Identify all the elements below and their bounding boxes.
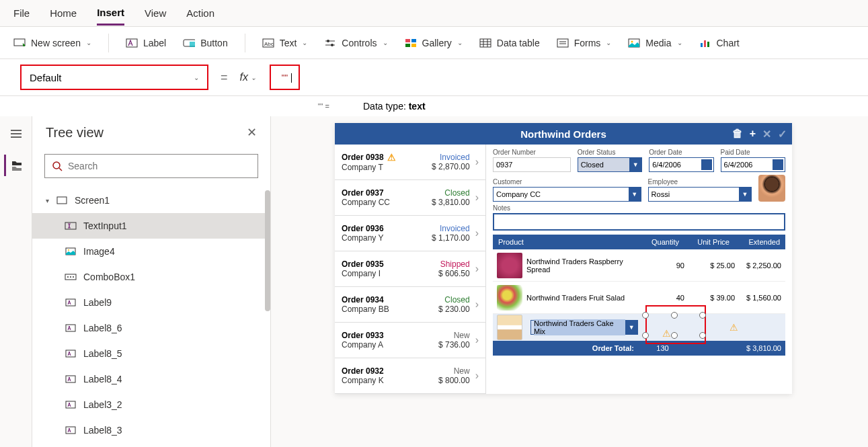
notes-label: Notes — [493, 204, 785, 212]
svg-rect-48 — [66, 427, 75, 434]
delete-icon[interactable]: 🗑 — [732, 128, 743, 140]
menu-view[interactable]: View — [145, 2, 166, 24]
resize-handle[interactable] — [642, 332, 649, 339]
data-table-button[interactable]: Data table — [479, 37, 540, 49]
product-row[interactable]: Northwind Traders Fruit Salad40$ 39.00$ … — [493, 282, 785, 314]
menubar: File Home Insert View Action — [0, 0, 868, 27]
order-detail: Order Number 0937 Order Status Closed▼ O… — [486, 145, 792, 394]
ribbon: New screen ⌄ Label Button Abc Text ⌄ Con… — [0, 27, 868, 59]
order-row[interactable]: Order 0934Company BBClosed$ 230.00› — [335, 287, 485, 323]
chevron-down-icon: ⌄ — [457, 39, 463, 46]
gallery-icon — [405, 37, 417, 49]
product-row[interactable]: Northwind Traders Raspberry Spread90$ 25… — [493, 249, 785, 282]
tree-scrollbar[interactable] — [265, 190, 270, 311]
tree-item-label9[interactable]: Label9 — [32, 290, 270, 315]
confirm-icon[interactable]: ✓ — [778, 128, 787, 140]
employee-label: Employee — [648, 178, 752, 186]
svg-point-7 — [327, 40, 329, 42]
search-icon — [52, 161, 63, 171]
tree-item-label8-5[interactable]: Label8_5 — [32, 341, 270, 366]
order-row[interactable]: Order 0937Company CCClosed$ 3,810.00› — [335, 180, 485, 216]
formula-input[interactable]: "" — [270, 65, 300, 90]
cancel-icon[interactable]: ✕ — [762, 128, 771, 140]
tree-item-label3-2[interactable]: Label3_2 — [32, 392, 270, 417]
table-icon — [479, 37, 491, 49]
hamburger-button[interactable] — [5, 123, 27, 145]
fx-button[interactable]: fx⌄ — [240, 71, 256, 83]
svg-rect-25 — [704, 40, 706, 47]
collapse-icon: ▾ — [46, 197, 49, 204]
product-image — [497, 285, 522, 311]
resize-handle[interactable] — [699, 312, 706, 319]
chevron-right-icon: › — [475, 156, 479, 168]
menu-action[interactable]: Action — [186, 2, 214, 24]
paid-date-field[interactable]: 6/4/2006 — [721, 157, 785, 172]
screen-icon — [13, 37, 26, 49]
order-gallery[interactable]: Order 0938 ⚠Company TInvoiced$ 2,870.00›… — [335, 145, 486, 394]
canvas[interactable]: Northwind Orders 🗑 + ✕ ✓ Order 0938 ⚠Com… — [271, 116, 868, 447]
media-button[interactable]: Media ⌄ — [628, 37, 682, 49]
menu-insert[interactable]: Insert — [97, 1, 124, 26]
search-input[interactable] — [68, 161, 251, 171]
controls-button[interactable]: Controls ⌄ — [324, 37, 387, 49]
app-title: Northwind Orders — [520, 128, 606, 140]
resize-handle[interactable] — [699, 332, 706, 339]
order-row[interactable]: Order 0935Company IShipped$ 606.50› — [335, 251, 485, 287]
tree-item-label8-3[interactable]: Label8_3 — [32, 417, 270, 443]
tree-item-label8-4[interactable]: Label8_4 — [32, 366, 270, 392]
svg-rect-10 — [405, 39, 410, 42]
svg-point-23 — [631, 40, 633, 42]
order-status-dropdown[interactable]: Closed▼ — [578, 157, 642, 172]
menu-file[interactable]: File — [13, 2, 30, 24]
button-icon — [183, 37, 195, 49]
resize-handle[interactable] — [671, 312, 678, 319]
chevron-right-icon: › — [475, 192, 479, 204]
close-icon[interactable]: ✕ — [247, 125, 257, 140]
order-row[interactable]: Order 0933Company ANew$ 736.00› — [335, 323, 485, 358]
chevron-right-icon: › — [475, 298, 479, 311]
text-button[interactable]: Abc Text ⌄ — [262, 37, 308, 49]
forms-button[interactable]: Forms ⌄ — [557, 37, 612, 49]
svg-rect-14 — [480, 39, 491, 47]
tree-item-textinput1[interactable]: TextInput1 — [32, 213, 270, 239]
combobox-icon — [65, 272, 77, 282]
notes-input[interactable] — [493, 213, 785, 231]
tree-item-label8-6[interactable]: Label8_6 — [32, 315, 270, 341]
customer-dropdown[interactable]: Company CC▼ — [493, 187, 641, 202]
label-icon — [65, 349, 77, 358]
resize-handle[interactable] — [671, 332, 678, 339]
chevron-down-icon: ⌄ — [86, 39, 91, 46]
order-row[interactable]: Order 0936Company YInvoiced$ 1,170.00› — [335, 216, 485, 251]
gallery-button[interactable]: Gallery ⌄ — [405, 37, 463, 49]
svg-rect-26 — [707, 42, 709, 47]
employee-dropdown[interactable]: Rossi▼ — [648, 187, 752, 202]
new-screen-button[interactable]: New screen ⌄ — [13, 37, 91, 49]
tree-item-combobox1[interactable]: ComboBox1 — [32, 264, 270, 290]
svg-rect-3 — [190, 42, 195, 47]
product-combobox[interactable]: Northwind Traders Cake Mix ▼ — [530, 320, 638, 335]
order-number-field: 0937 — [493, 157, 571, 172]
button-button[interactable]: Button — [183, 37, 227, 49]
order-row[interactable]: Order 0932Company KNew$ 800.00› — [335, 358, 485, 394]
chart-button[interactable]: Chart — [699, 37, 740, 49]
svg-point-9 — [331, 44, 333, 46]
label-icon — [65, 298, 77, 307]
chevron-down-icon: ⌄ — [606, 39, 611, 46]
add-icon[interactable]: + — [750, 128, 756, 140]
menu-home[interactable]: Home — [50, 2, 77, 24]
tree-item-screen1[interactable]: ▾ Screen1 — [32, 188, 270, 213]
label-icon — [65, 425, 77, 435]
svg-rect-24 — [701, 43, 703, 47]
svg-rect-19 — [557, 39, 568, 47]
chevron-down-icon: ▼ — [625, 321, 637, 334]
tree-search[interactable] — [44, 154, 258, 178]
label-button[interactable]: Label — [126, 37, 166, 49]
tree-view-nav[interactable] — [4, 155, 26, 176]
tree-item-image4[interactable]: Image4 — [32, 239, 270, 264]
property-selector[interactable]: Default ⌄ — [20, 65, 208, 90]
resize-handle[interactable] — [642, 312, 649, 319]
chevron-down-icon: ⌄ — [302, 39, 307, 46]
order-date-field[interactable]: 6/4/2006 — [649, 157, 713, 172]
order-row[interactable]: Order 0938 ⚠Company TInvoiced$ 2,870.00› — [335, 145, 485, 180]
svg-rect-11 — [411, 39, 416, 42]
